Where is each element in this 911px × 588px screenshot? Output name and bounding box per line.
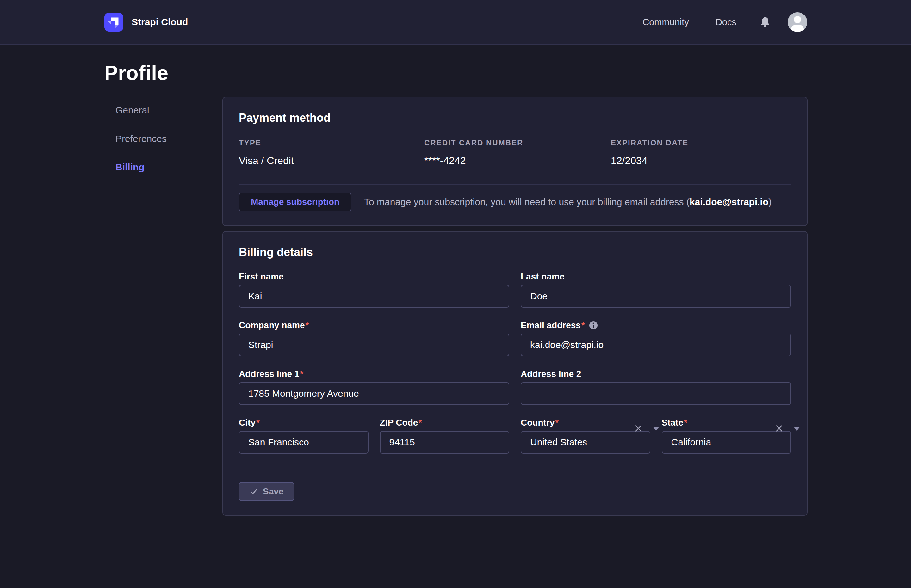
- city-input[interactable]: [239, 431, 369, 454]
- sidebar-item-general[interactable]: General: [115, 105, 222, 116]
- sidebar-item-billing[interactable]: Billing: [115, 162, 222, 173]
- first-name-label: First name: [239, 271, 509, 282]
- user-avatar[interactable]: [788, 12, 807, 32]
- top-navbar: Strapi Cloud Community Docs: [0, 0, 911, 45]
- address-line-2-field-group: Address line 2: [521, 368, 791, 405]
- payment-card-divider: [239, 184, 791, 185]
- email-input[interactable]: [521, 333, 791, 356]
- country-label: Country*: [521, 417, 650, 428]
- country-chevron-down-icon[interactable]: [653, 427, 659, 431]
- manage-subscription-button[interactable]: Manage subscription: [239, 192, 351, 212]
- company-name-input[interactable]: [239, 333, 509, 356]
- billing-details-title: Billing details: [239, 246, 791, 259]
- company-name-field-group: Company name*: [239, 320, 509, 356]
- first-name-input[interactable]: [239, 285, 509, 308]
- address-line-1-label: Address line 1*: [239, 368, 509, 380]
- payment-type-label: TYPE: [239, 139, 424, 147]
- notifications-button[interactable]: [761, 16, 770, 28]
- payment-method-title: Payment method: [239, 111, 791, 124]
- state-label: State*: [662, 417, 791, 428]
- state-clear-button[interactable]: [773, 422, 785, 435]
- strapi-logo[interactable]: [104, 13, 123, 32]
- zip-code-label: ZIP Code*: [380, 417, 510, 428]
- country-clear-button[interactable]: [632, 422, 645, 435]
- zip-code-input[interactable]: [380, 431, 510, 454]
- last-name-input[interactable]: [521, 285, 791, 308]
- sidebar-item-preferences[interactable]: Preferences: [115, 133, 222, 144]
- state-chevron-down-icon[interactable]: [794, 427, 800, 431]
- credit-card-number-label: CREDIT CARD NUMBER: [424, 139, 611, 147]
- last-name-label: Last name: [521, 271, 791, 282]
- brand-name[interactable]: Strapi Cloud: [131, 17, 188, 27]
- navbar-links: Community Docs: [616, 12, 807, 32]
- credit-card-number-value: ****-4242: [424, 155, 611, 166]
- email-field-group: Email address*: [521, 320, 791, 356]
- bell-icon: [761, 16, 770, 28]
- check-icon: [249, 488, 258, 496]
- country-field-group: Country*: [521, 417, 650, 454]
- strapi-logo-icon: [104, 13, 123, 32]
- country-combobox[interactable]: [521, 431, 650, 454]
- save-button[interactable]: Save: [239, 482, 294, 501]
- payment-card-number-column: CREDIT CARD NUMBER ****-4242: [424, 139, 611, 166]
- payment-type-value: Visa / Credit: [239, 155, 424, 166]
- page-title: Profile: [104, 61, 807, 85]
- billing-details-card: Billing details First name Last name Com…: [222, 231, 807, 515]
- nav-link-community[interactable]: Community: [642, 17, 689, 27]
- payment-expiration-column: EXPIRATION DATE 12/2034: [611, 139, 791, 166]
- address-line-2-label: Address line 2: [521, 368, 791, 380]
- billing-form-divider: [239, 469, 791, 470]
- last-name-field-group: Last name: [521, 271, 791, 308]
- city-label: City*: [239, 417, 369, 428]
- clear-x-icon: [775, 424, 783, 433]
- expiration-date-label: EXPIRATION DATE: [611, 139, 791, 147]
- billing-email-note: To manage your subscription, you will ne…: [364, 197, 772, 207]
- payment-method-card: Payment method TYPE Visa / Credit CREDIT…: [222, 97, 807, 226]
- address-line-1-field-group: Address line 1*: [239, 368, 509, 405]
- zip-code-field-group: ZIP Code*: [380, 417, 510, 454]
- address-line-1-input[interactable]: [239, 382, 509, 405]
- payment-type-column: TYPE Visa / Credit: [239, 139, 424, 166]
- expiration-date-value: 12/2034: [611, 155, 791, 166]
- profile-sidebar: General Preferences Billing: [104, 97, 222, 515]
- info-icon[interactable]: [589, 321, 598, 330]
- email-label: Email address*: [521, 320, 791, 331]
- city-field-group: City*: [239, 417, 369, 454]
- billing-email-address: kai.doe@strapi.io: [689, 197, 769, 207]
- user-avatar-icon: [788, 12, 807, 32]
- first-name-field-group: First name: [239, 271, 509, 308]
- company-name-label: Company name*: [239, 320, 509, 331]
- clear-x-icon: [634, 424, 643, 433]
- state-combobox[interactable]: [662, 431, 791, 454]
- state-field-group: State*: [662, 417, 791, 454]
- nav-link-docs[interactable]: Docs: [715, 17, 736, 27]
- address-line-2-input[interactable]: [521, 382, 791, 405]
